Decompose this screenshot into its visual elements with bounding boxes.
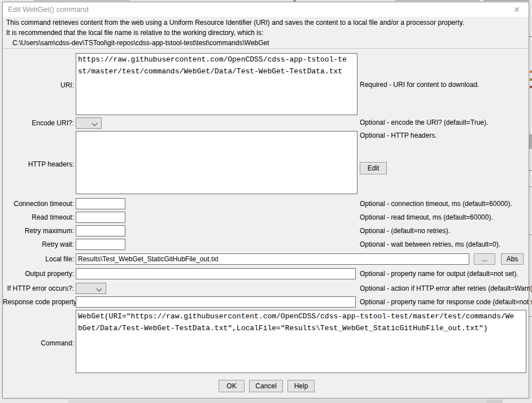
command-label: Command:	[3, 339, 74, 347]
dialog-description-line1: This command retrieves content from the …	[6, 19, 464, 27]
background-fragment	[395, 0, 480, 1]
chevron-down-icon	[97, 286, 102, 292]
http-headers-label: HTTP headers:	[3, 160, 74, 168]
if-http-error-description: Optional - action if HTTP error after re…	[360, 284, 532, 292]
retry-wait-label: Retry wait:	[3, 240, 74, 248]
http-headers-description: Optional - HTTP headers.	[360, 132, 437, 139]
uri-textarea[interactable]: https://raw.githubusercontent.com/OpenCD…	[76, 53, 357, 115]
dialog-description-line2: It is recommended that the local file na…	[6, 29, 263, 37]
background-fragment	[483, 0, 532, 1]
connection-timeout-label: Connection timeout:	[3, 200, 74, 208]
local-file-input[interactable]	[76, 253, 469, 265]
edit-headers-button[interactable]: Edit	[360, 162, 387, 174]
chevron-down-icon	[92, 121, 98, 126]
background-fragment	[530, 86, 532, 88]
encode-uri-combobox[interactable]	[76, 117, 102, 129]
retry-maximum-label: Retry maximum:	[3, 227, 74, 235]
read-timeout-description: Optional - read timeout, ms (default=600…	[360, 213, 493, 221]
background-fragment	[529, 36, 532, 37]
background-fragment	[529, 170, 532, 171]
if-http-error-label: If HTTP error occurs?:	[3, 284, 74, 292]
retry-maximum-description: Optional - (default=no retries).	[360, 227, 450, 235]
dialog-title: Edit WebGet() command	[8, 2, 89, 17]
output-property-label: Output property:	[3, 270, 74, 278]
background-fragment	[529, 0, 532, 403]
local-file-label: Local file:	[3, 255, 74, 263]
retry-wait-description: Optional - wait between retries, ms (def…	[360, 240, 500, 248]
uri-label: URI:	[3, 81, 74, 89]
browse-file-button[interactable]: ...	[474, 253, 495, 265]
command-textarea[interactable]: WebGet(URI="https://raw.githubuserconten…	[76, 310, 526, 373]
uri-description: Required - URI for content to download.	[360, 81, 479, 89]
encode-uri-description: Optional - encode the URI? (default=True…	[360, 119, 488, 126]
output-property-input[interactable]	[76, 268, 356, 279]
background-fragment	[529, 186, 532, 187]
retry-wait-input[interactable]	[76, 239, 125, 250]
background-fragment	[34, 0, 130, 1]
response-code-property-input[interactable]	[76, 296, 356, 308]
http-headers-textarea[interactable]	[76, 131, 357, 194]
connection-timeout-input[interactable]	[76, 198, 125, 209]
background-fragment	[68, 400, 497, 403]
abs-path-button[interactable]: Abs	[501, 253, 524, 265]
working-directory-path: C:\Users\sam\cdss-dev\TSTool\git-repos\c…	[12, 39, 269, 47]
background-fragment	[529, 134, 532, 149]
encode-uri-label: Encode URI?:	[3, 119, 74, 127]
background-fragment	[529, 234, 532, 235]
output-property-description: Optional - property name for output (def…	[360, 270, 518, 278]
cancel-button[interactable]: Cancel	[249, 380, 283, 392]
read-timeout-input[interactable]	[76, 212, 125, 223]
response-code-property-description: Optional - property name for response co…	[360, 298, 532, 306]
ok-button[interactable]: OK	[219, 380, 245, 392]
background-fragment	[529, 316, 532, 317]
close-icon[interactable]: ✕	[508, 2, 525, 17]
connection-timeout-description: Optional - connection timeout, ms (defau…	[360, 200, 512, 208]
retry-maximum-input[interactable]	[76, 225, 125, 236]
edit-webget-dialog: Edit WebGet() command ✕ This command ret…	[2, 2, 529, 398]
help-button[interactable]: Help	[287, 380, 315, 392]
separator	[3, 49, 529, 50]
background-fragment	[530, 71, 532, 73]
read-timeout-label: Read timeout:	[3, 213, 74, 221]
background-fragment	[530, 78, 532, 81]
dialog-titlebar[interactable]: Edit WebGet() command ✕	[3, 2, 529, 17]
if-http-error-combobox[interactable]	[76, 283, 106, 294]
response-code-property-label: Response code property:	[3, 298, 74, 306]
background-fragment	[487, 400, 503, 403]
